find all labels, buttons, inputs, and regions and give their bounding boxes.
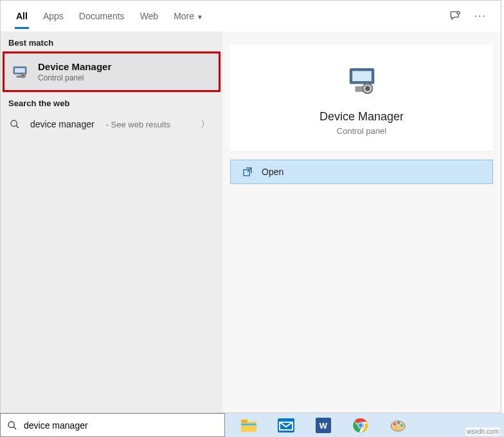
chevron-down-icon: ▼ xyxy=(197,14,203,21)
svg-point-29 xyxy=(393,423,396,425)
feedback-icon[interactable] xyxy=(442,10,468,23)
web-hint: - See web results xyxy=(106,120,170,129)
content-area: Best match Device Manager Control panel … xyxy=(1,32,501,413)
taskbar-mail[interactable] xyxy=(275,416,297,435)
svg-point-6 xyxy=(11,120,17,126)
open-icon xyxy=(242,167,253,177)
svg-rect-18 xyxy=(241,420,248,423)
more-options-icon[interactable]: ··· xyxy=(468,10,493,22)
svg-text:W: W xyxy=(320,421,328,431)
svg-point-5 xyxy=(22,74,24,76)
search-web-heading: Search the web xyxy=(1,92,222,112)
best-match-result[interactable]: Device Manager Control panel xyxy=(3,51,221,92)
svg-line-16 xyxy=(14,427,16,429)
web-query: device manager xyxy=(30,119,94,129)
open-action[interactable]: Open xyxy=(230,160,493,184)
watermark: wsxdn.com xyxy=(465,427,500,436)
result-title: Device Manager xyxy=(38,61,111,72)
result-text: Device Manager Control panel xyxy=(38,61,111,82)
preview-subtitle: Control panel xyxy=(237,126,487,136)
search-bar[interactable] xyxy=(0,413,225,437)
result-subtitle: Control panel xyxy=(38,73,111,82)
search-input[interactable] xyxy=(24,420,218,431)
preview-title: Device Manager xyxy=(237,110,487,124)
best-match-heading: Best match xyxy=(1,32,222,51)
svg-point-12 xyxy=(365,86,370,91)
taskbar-chrome[interactable] xyxy=(350,416,372,435)
svg-point-0 xyxy=(457,12,460,14)
svg-point-27 xyxy=(359,423,363,427)
device-manager-icon xyxy=(11,63,29,81)
svg-rect-2 xyxy=(15,68,25,72)
web-search-result[interactable]: device manager - See web results 〉 xyxy=(1,112,222,136)
search-icon xyxy=(7,420,17,431)
taskbar-word[interactable]: W xyxy=(312,416,334,435)
search-icon xyxy=(10,119,21,129)
preview-column: Device Manager Control panel Open xyxy=(222,32,501,413)
preview-card: Device Manager Control panel xyxy=(230,44,493,152)
svg-rect-17 xyxy=(241,422,256,432)
taskbar: W xyxy=(225,413,504,437)
svg-point-32 xyxy=(395,427,397,429)
tabs-bar: All Apps Documents Web More▼ ··· xyxy=(1,1,501,32)
svg-rect-19 xyxy=(241,423,256,425)
tab-documents[interactable]: Documents xyxy=(71,3,132,29)
taskbar-explorer[interactable] xyxy=(238,416,260,435)
svg-rect-9 xyxy=(352,71,372,81)
open-label: Open xyxy=(262,167,284,177)
tab-all[interactable]: All xyxy=(8,3,35,29)
svg-rect-13 xyxy=(366,83,369,85)
search-panel: All Apps Documents Web More▼ ··· Best ma… xyxy=(0,0,501,413)
tab-web[interactable]: Web xyxy=(132,3,166,29)
svg-line-7 xyxy=(16,126,19,128)
results-column: Best match Device Manager Control panel … xyxy=(1,32,222,413)
svg-point-15 xyxy=(8,422,14,427)
chevron-right-icon: 〉 xyxy=(201,118,213,130)
svg-point-30 xyxy=(397,422,400,424)
taskbar-paint[interactable] xyxy=(387,416,409,435)
tab-apps[interactable]: Apps xyxy=(35,3,71,29)
device-manager-large-icon xyxy=(344,64,380,100)
svg-point-31 xyxy=(401,424,403,427)
tab-more[interactable]: More▼ xyxy=(166,3,211,29)
